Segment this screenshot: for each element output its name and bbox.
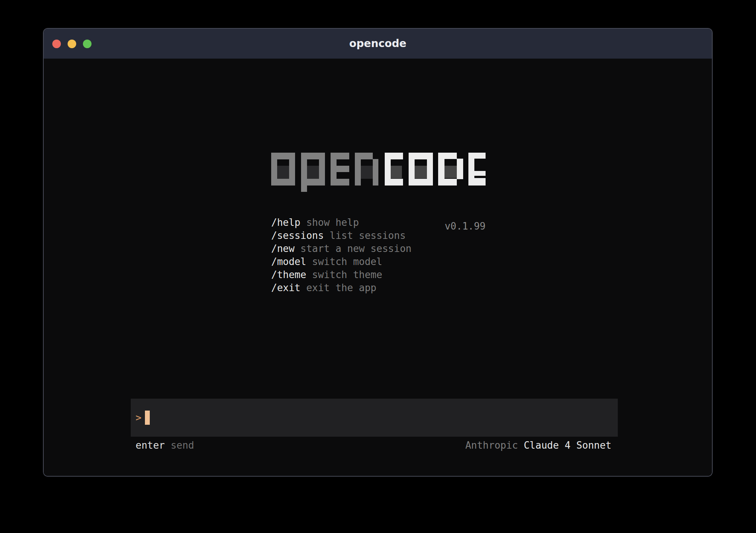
- command-name: /exit: [271, 282, 300, 293]
- model-provider: Anthropic: [465, 440, 518, 451]
- command-list: /help show help /sessions list sessions …: [271, 216, 412, 294]
- command-row: /theme switch theme: [271, 268, 412, 281]
- status-bar: enter send Anthropic Claude 4 Sonnet: [136, 439, 611, 451]
- opencode-logo-svg: [271, 153, 486, 192]
- command-name: /help: [271, 217, 300, 228]
- model-name: Claude 4 Sonnet: [518, 440, 611, 451]
- opencode-logo: v0.1.99: [271, 153, 486, 192]
- command-description: exit the app: [300, 282, 377, 293]
- command-row: /help show help: [271, 216, 412, 229]
- text-cursor: [145, 411, 150, 425]
- prompt-input[interactable]: >: [131, 399, 618, 437]
- key-hint-key: enter: [136, 440, 165, 451]
- key-hint: enter send: [136, 439, 194, 451]
- command-description: switch theme: [306, 269, 382, 280]
- command-name: /theme: [271, 269, 306, 280]
- command-description: switch model: [306, 256, 382, 267]
- command-row: /exit exit the app: [271, 281, 412, 294]
- command-row: /new start a new session: [271, 242, 412, 255]
- command-row: /model switch model: [271, 255, 412, 268]
- window-title: opencode: [44, 29, 712, 59]
- main-content: v0.1.99 /help show help /sessions list s…: [44, 59, 712, 476]
- command-description: show help: [300, 217, 359, 228]
- model-indicator: Anthropic Claude 4 Sonnet: [465, 439, 611, 451]
- app-window: opencode v0.1.99 /help show help /sessio…: [43, 28, 713, 477]
- command-name: /sessions: [271, 230, 324, 241]
- command-description: list sessions: [324, 230, 406, 241]
- command-description: start a new session: [295, 243, 412, 254]
- prompt-symbol: >: [136, 399, 142, 437]
- key-hint-action: send: [165, 440, 194, 451]
- window-titlebar: opencode: [44, 29, 712, 59]
- command-row: /sessions list sessions: [271, 229, 412, 242]
- command-name: /model: [271, 256, 306, 267]
- command-name: /new: [271, 243, 295, 254]
